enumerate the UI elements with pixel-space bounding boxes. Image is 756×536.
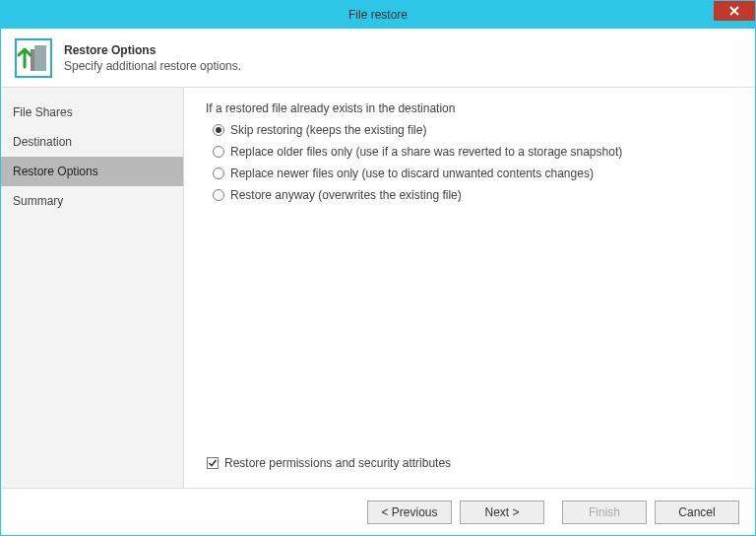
- sidebar-item-label: Restore Options: [13, 165, 98, 178]
- wizard-footer: < Previous Next > Finish Cancel: [1, 488, 755, 535]
- radio-label: Skip restoring (keeps the existing file): [230, 123, 426, 137]
- sidebar-item-restore-options[interactable]: Restore Options: [1, 157, 183, 186]
- wizard-steps-sidebar: File Shares Destination Restore Options …: [1, 88, 184, 488]
- sidebar-item-summary[interactable]: Summary: [1, 186, 183, 216]
- radio-icon: [212, 146, 224, 159]
- wizard-window: File restore Restore Options Specify add…: [0, 0, 756, 536]
- radio-label: Replace newer files only (use to discard…: [230, 167, 594, 180]
- checkbox-icon: [206, 457, 219, 470]
- header-text: Restore Options Specify additional resto…: [64, 43, 241, 73]
- radio-skip-restoring[interactable]: Skip restoring (keeps the existing file): [212, 123, 739, 137]
- radio-label: Restore anyway (overwrites the existing …: [230, 188, 462, 202]
- header-subtitle: Specify additional restore options.: [64, 59, 241, 73]
- close-icon: [729, 4, 739, 19]
- button-label: Finish: [589, 505, 620, 519]
- previous-button[interactable]: < Previous: [367, 501, 452, 524]
- radio-label: Replace older files only (use if a share…: [230, 145, 622, 159]
- cancel-button[interactable]: Cancel: [655, 501, 739, 524]
- wizard-header: Restore Options Specify additional resto…: [1, 29, 755, 88]
- close-button[interactable]: [714, 1, 755, 21]
- radio-restore-anyway[interactable]: Restore anyway (overwrites the existing …: [212, 188, 739, 202]
- sidebar-item-label: File Shares: [13, 105, 73, 119]
- sidebar-item-file-shares[interactable]: File Shares: [1, 98, 183, 127]
- sidebar-item-label: Summary: [13, 194, 63, 208]
- radio-replace-newer[interactable]: Replace newer files only (use to discard…: [212, 167, 739, 180]
- checkbox-restore-permissions[interactable]: Restore permissions and security attribu…: [206, 456, 739, 470]
- wizard-body: File Shares Destination Restore Options …: [1, 88, 755, 488]
- section-label: If a restored file already exists in the…: [206, 101, 739, 115]
- window-title: File restore: [348, 8, 408, 22]
- button-label: Cancel: [678, 505, 715, 519]
- checkbox-label: Restore permissions and security attribu…: [224, 456, 451, 470]
- next-button[interactable]: Next >: [460, 501, 544, 524]
- radio-icon: [212, 168, 224, 180]
- radio-icon: [212, 189, 224, 202]
- restore-options-icon: [13, 37, 54, 79]
- finish-button: Finish: [562, 501, 647, 524]
- svg-rect-1: [34, 45, 46, 71]
- spacer: [206, 210, 739, 456]
- sidebar-item-destination[interactable]: Destination: [1, 127, 183, 157]
- svg-rect-2: [31, 49, 34, 71]
- radio-replace-older[interactable]: Replace older files only (use if a share…: [212, 145, 739, 159]
- button-label: < Previous: [381, 505, 437, 519]
- header-title: Restore Options: [64, 43, 241, 57]
- wizard-content: If a restored file already exists in the…: [184, 88, 755, 488]
- conflict-action-radio-group: Skip restoring (keeps the existing file)…: [212, 123, 739, 210]
- radio-icon: [212, 124, 224, 137]
- button-label: Next >: [484, 505, 519, 519]
- sidebar-item-label: Destination: [13, 135, 72, 149]
- titlebar: File restore: [1, 1, 755, 29]
